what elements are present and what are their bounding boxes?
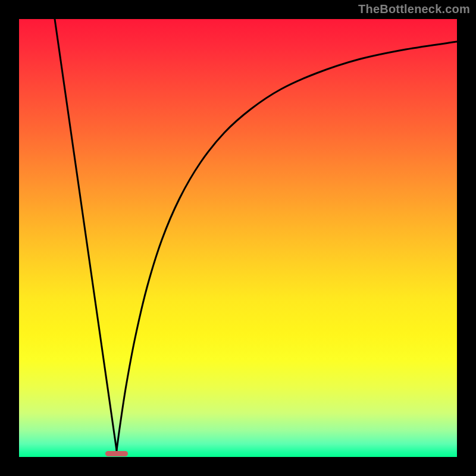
vertex-marker (105, 451, 128, 456)
watermark-text: TheBottleneck.com (358, 2, 470, 16)
plot-area (19, 19, 457, 457)
chart-frame: TheBottleneck.com (0, 0, 476, 476)
gradient-background (19, 19, 457, 457)
